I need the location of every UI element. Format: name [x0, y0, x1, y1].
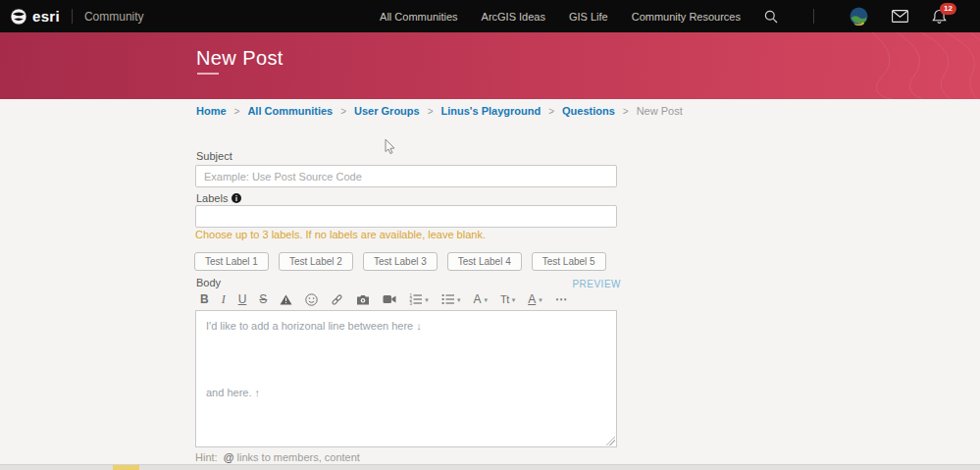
labels-input[interactable]: [195, 205, 617, 228]
topbar-nav: All Communities ArcGIS Ideas GIS Life Co…: [380, 7, 947, 26]
font-family-button[interactable]: A ▾: [473, 293, 488, 305]
topbar-divider-2: [813, 9, 814, 24]
insert-link-icon[interactable]: [331, 293, 343, 306]
underline-button[interactable]: U: [238, 293, 247, 305]
breadcrumb-home[interactable]: Home: [196, 105, 227, 117]
labels-label: Labels: [196, 192, 241, 204]
product-name[interactable]: Community: [84, 10, 144, 24]
breadcrumb-separator: >: [234, 106, 240, 117]
notification-count-badge: 12: [940, 3, 956, 15]
resize-handle[interactable]: [606, 437, 615, 445]
topbar-divider: [72, 9, 73, 24]
body-text-line-1: I'd like to add a horizonal line between…: [206, 320, 606, 332]
breadcrumb-separator: >: [548, 106, 554, 117]
breadcrumb: Home > All Communities > User Groups > L…: [196, 105, 683, 117]
subject-label: Subject: [196, 150, 232, 162]
mouse-cursor: [384, 138, 396, 156]
search-icon[interactable]: [764, 10, 778, 24]
nav-all-communities[interactable]: All Communities: [380, 11, 457, 23]
top-navigation-bar: esri Community All Communities ArcGIS Id…: [0, 0, 980, 32]
chevron-down-icon[interactable]: ▾: [425, 296, 429, 303]
notifications-bell-icon[interactable]: 12: [932, 9, 947, 25]
bold-button[interactable]: B: [200, 293, 209, 305]
page-hero-banner: New Post: [0, 32, 980, 99]
chevron-down-icon: ▾: [539, 296, 542, 303]
breadcrumb-separator: >: [340, 106, 346, 117]
unordered-list-button[interactable]: ▾: [441, 293, 461, 305]
esri-logo[interactable]: esri: [10, 8, 60, 26]
labels-info-icon[interactable]: [232, 193, 241, 203]
italic-button[interactable]: I: [222, 293, 226, 305]
topo-pattern-decoration: [725, 32, 980, 99]
nav-arcgis-ideas[interactable]: ArcGIS Ideas: [482, 11, 545, 23]
nav-community-resources[interactable]: Community Resources: [632, 11, 741, 23]
mention-at-icon: @: [224, 451, 234, 463]
page-bottom-strip: [0, 464, 980, 470]
more-options-button[interactable]: ⋯: [555, 293, 568, 305]
breadcrumb-linus-playground[interactable]: Linus's Playground: [441, 105, 542, 117]
esri-globe-icon: [10, 8, 27, 26]
strikethrough-button[interactable]: S: [259, 293, 267, 305]
messages-icon[interactable]: [892, 10, 908, 23]
label-chip-2[interactable]: Test Label 2: [279, 252, 353, 271]
nav-gis-life[interactable]: GIS Life: [569, 11, 608, 23]
breadcrumb-user-groups[interactable]: User Groups: [354, 105, 420, 117]
font-size-button[interactable]: Tt ▾: [500, 294, 515, 305]
title-underline: [197, 73, 219, 75]
insert-photo-icon[interactable]: [356, 294, 370, 305]
esri-brand-text: esri: [32, 8, 60, 25]
chevron-down-icon: ▾: [484, 296, 488, 303]
emoji-icon[interactable]: [305, 293, 318, 306]
labels-helper-text: Choose up to 3 labels. If no labels are …: [195, 229, 486, 240]
insert-video-icon[interactable]: [383, 294, 396, 304]
breadcrumb-all-communities[interactable]: All Communities: [247, 105, 333, 117]
breadcrumb-separator: >: [428, 106, 434, 117]
font-color-button[interactable]: A ▾: [528, 293, 542, 305]
breadcrumb-current-new-post: New Post: [637, 105, 683, 117]
svg-text:3: 3: [410, 301, 413, 305]
breadcrumb-questions[interactable]: Questions: [562, 105, 615, 117]
hint-text: links to members, content: [237, 451, 360, 463]
label-chip-4[interactable]: Test Label 4: [447, 252, 522, 271]
ordered-list-button[interactable]: 123 ▾: [409, 293, 429, 305]
page-title: New Post: [196, 47, 284, 70]
editor-hint: Hint: @ links to members, content: [195, 451, 360, 463]
breadcrumb-separator: >: [623, 106, 629, 117]
body-text-line-2: and here. ↑: [206, 387, 606, 398]
spoiler-alert-icon[interactable]: [280, 294, 292, 305]
ordered-list-icon: 123: [409, 293, 422, 305]
label-chip-5[interactable]: Test Label 5: [532, 252, 606, 271]
label-suggestions: Test Label 1 Test Label 2 Test Label 3 T…: [194, 252, 606, 271]
hint-prefix: Hint:: [195, 451, 218, 463]
user-avatar[interactable]: [850, 7, 868, 26]
unordered-list-icon: [441, 293, 454, 305]
subject-input[interactable]: [195, 165, 617, 187]
label-chip-1[interactable]: Test Label 1: [194, 252, 269, 271]
bottom-strip-highlight: [113, 465, 139, 470]
editor-toolbar: B I U S: [200, 288, 618, 310]
chevron-down-icon: ▾: [512, 296, 516, 303]
chevron-down-icon[interactable]: ▾: [457, 296, 461, 303]
label-chip-3[interactable]: Test Label 3: [363, 252, 438, 271]
body-editor-textarea[interactable]: I'd like to add a horizonal line between…: [195, 310, 617, 447]
